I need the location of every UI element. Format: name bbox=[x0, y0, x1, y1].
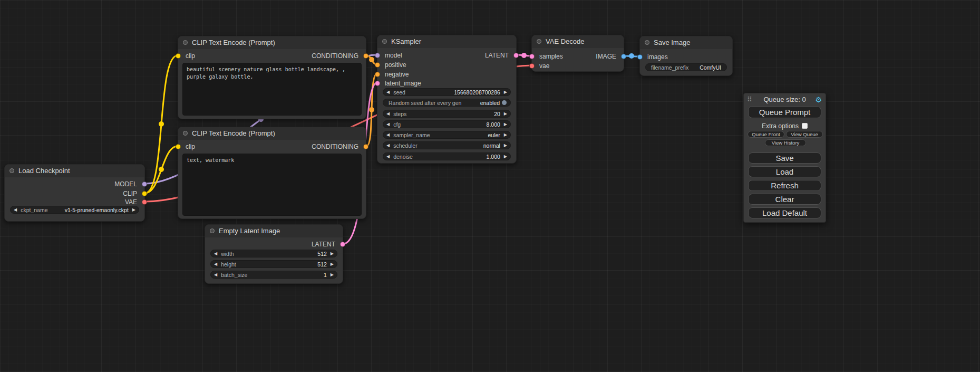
output-port-clip[interactable] bbox=[142, 191, 147, 196]
node-title: VAE Decode bbox=[546, 37, 584, 45]
node-empty-latent-image[interactable]: Empty Latent Image LATENT ◀ width 512 ▶ … bbox=[205, 224, 343, 284]
wire-midpoint-dot-clip-positive bbox=[159, 121, 164, 127]
input-label-clip: clip bbox=[186, 143, 195, 150]
input-port-positive[interactable] bbox=[375, 62, 380, 68]
refresh-button[interactable]: Refresh bbox=[748, 180, 821, 191]
increment-icon[interactable]: ▶ bbox=[504, 152, 507, 160]
prompt-textarea[interactable]: beautiful scenery nature glass bottle la… bbox=[182, 63, 362, 116]
output-port-conditioning[interactable] bbox=[363, 144, 368, 149]
input-port-images[interactable] bbox=[637, 54, 643, 60]
input-label-clip: clip bbox=[186, 52, 195, 60]
widget-sampler-name[interactable]: ◀ sampler_name euler ▶ bbox=[383, 131, 511, 139]
widget-ckpt-name[interactable]: ◀ ckpt_name v1-5-pruned-emaonly.ckpt ▶ bbox=[10, 206, 139, 214]
widget-seed[interactable]: ◀ seed 156680208700286 ▶ bbox=[383, 88, 511, 96]
combo-next-icon[interactable]: ▶ bbox=[504, 131, 507, 139]
node-title-bar[interactable]: KSampler bbox=[377, 35, 516, 48]
load-default-button[interactable]: Load Default bbox=[748, 207, 821, 218]
increment-icon[interactable]: ▶ bbox=[331, 250, 334, 257]
input-label-vae: vae bbox=[539, 62, 549, 70]
output-port-vae[interactable] bbox=[142, 199, 147, 205]
increment-icon[interactable]: ▶ bbox=[504, 110, 507, 118]
output-label-latent: LATENT bbox=[312, 241, 335, 248]
node-canvas[interactable]: Load Checkpoint MODEL CLIP VAE ◀ ckpt_na… bbox=[0, 0, 980, 372]
queue-menu-panel: ⠿ Queue size: 0 ⚙ Queue Prompt Extra opt… bbox=[743, 93, 826, 223]
collapse-dot-icon[interactable] bbox=[645, 40, 649, 45]
widget-width[interactable]: ◀ width 512 ▶ bbox=[210, 250, 337, 257]
input-label-images: images bbox=[647, 53, 668, 61]
widget-steps[interactable]: ◀ steps 20 ▶ bbox=[383, 110, 511, 118]
clear-button[interactable]: Clear bbox=[748, 194, 821, 205]
node-title: CLIP Text Encode (Prompt) bbox=[192, 129, 275, 137]
input-port-clip[interactable] bbox=[176, 144, 181, 149]
node-clip-text-encode-positive[interactable]: CLIP Text Encode (Prompt) clip CONDITION… bbox=[178, 36, 366, 119]
collapse-dot-icon[interactable] bbox=[183, 131, 188, 136]
widget-denoise[interactable]: ◀ denoise 1.000 ▶ bbox=[383, 152, 511, 160]
collapse-dot-icon[interactable] bbox=[537, 39, 541, 44]
input-port-clip[interactable] bbox=[176, 53, 181, 59]
input-port-vae[interactable] bbox=[529, 63, 535, 69]
queue-panel-header: ⠿ Queue size: 0 ⚙ bbox=[744, 95, 826, 104]
node-title: Load Checkpoint bbox=[18, 167, 70, 175]
combo-next-icon[interactable]: ▶ bbox=[132, 206, 135, 214]
input-label-latent-image: latent_image bbox=[385, 80, 421, 87]
collapse-dot-icon[interactable] bbox=[210, 228, 215, 233]
widget-scheduler[interactable]: ◀ scheduler normal ▶ bbox=[383, 141, 511, 149]
view-history-button[interactable]: View History bbox=[765, 139, 806, 146]
widget-batch-size[interactable]: ◀ batch_size 1 ▶ bbox=[210, 271, 337, 279]
input-label-positive: positive bbox=[385, 61, 406, 69]
view-queue-button[interactable]: View Queue bbox=[786, 131, 823, 138]
collapse-dot-icon[interactable] bbox=[382, 39, 387, 44]
widget-height[interactable]: ◀ height 512 ▶ bbox=[210, 260, 337, 268]
increment-icon[interactable]: ▶ bbox=[504, 120, 507, 128]
node-title-bar[interactable]: CLIP Text Encode (Prompt) bbox=[178, 127, 366, 140]
output-label-image: IMAGE bbox=[596, 53, 616, 60]
increment-icon[interactable]: ▶ bbox=[331, 260, 334, 268]
input-label-model: model bbox=[385, 52, 402, 59]
input-port-model[interactable] bbox=[375, 53, 380, 58]
settings-gear-icon[interactable]: ⚙ bbox=[815, 95, 822, 104]
prompt-textarea[interactable]: text, watermark bbox=[182, 154, 362, 216]
output-label-conditioning: CONDITIONING bbox=[312, 52, 358, 60]
node-title: Empty Latent Image bbox=[219, 227, 280, 235]
toggle-indicator-icon[interactable] bbox=[502, 100, 507, 105]
queue-prompt-button[interactable]: Queue Prompt bbox=[748, 106, 821, 118]
load-button[interactable]: Load bbox=[748, 166, 821, 177]
output-label-vae: VAE bbox=[125, 198, 137, 206]
node-title-bar[interactable]: Load Checkpoint bbox=[5, 165, 144, 177]
node-title: CLIP Text Encode (Prompt) bbox=[192, 39, 275, 46]
queue-front-button[interactable]: Queue Front bbox=[748, 131, 784, 138]
save-button[interactable]: Save bbox=[748, 152, 821, 164]
widget-filename-prefix[interactable]: filename_prefix ComfyUI bbox=[645, 63, 727, 71]
input-label-samples: samples bbox=[539, 53, 563, 60]
node-clip-text-encode-negative[interactable]: CLIP Text Encode (Prompt) clip CONDITION… bbox=[178, 127, 366, 219]
output-port-conditioning[interactable] bbox=[363, 53, 368, 59]
input-port-samples[interactable] bbox=[529, 54, 535, 59]
node-vae-decode[interactable]: VAE Decode samples vae IMAGE bbox=[531, 35, 624, 72]
output-port-image[interactable] bbox=[621, 54, 626, 59]
node-title-bar[interactable]: Empty Latent Image bbox=[205, 225, 343, 237]
wire-midpoint-dot-cond-positive bbox=[369, 57, 374, 62]
node-title: KSampler bbox=[391, 37, 421, 45]
collapse-dot-icon[interactable] bbox=[9, 168, 14, 173]
input-port-negative[interactable] bbox=[375, 72, 380, 77]
output-label-conditioning: CONDITIONING bbox=[312, 143, 358, 150]
increment-icon[interactable]: ▶ bbox=[331, 271, 334, 279]
output-port-latent[interactable] bbox=[513, 53, 519, 58]
node-ksampler[interactable]: KSampler model positive negative latent_… bbox=[377, 35, 517, 164]
output-label-clip: CLIP bbox=[123, 190, 137, 197]
output-port-model[interactable] bbox=[142, 182, 147, 187]
output-port-latent[interactable] bbox=[340, 242, 345, 247]
combo-next-icon[interactable]: ▶ bbox=[504, 141, 507, 149]
node-title-bar[interactable]: VAE Decode bbox=[532, 35, 624, 48]
collapse-dot-icon[interactable] bbox=[183, 40, 188, 45]
input-port-latent-image[interactable] bbox=[375, 81, 380, 86]
node-title-bar[interactable]: Save Image bbox=[640, 36, 732, 49]
widget-cfg[interactable]: ◀ cfg 8.000 ▶ bbox=[383, 120, 511, 128]
node-save-image[interactable]: Save Image images filename_prefix ComfyU… bbox=[639, 36, 733, 76]
extra-options-label: Extra options bbox=[762, 122, 799, 130]
extra-options-checkbox[interactable] bbox=[802, 123, 808, 129]
widget-random-seed-toggle[interactable]: Random seed after every gen enabled bbox=[383, 99, 511, 107]
increment-icon[interactable]: ▶ bbox=[504, 88, 507, 96]
node-load-checkpoint[interactable]: Load Checkpoint MODEL CLIP VAE ◀ ckpt_na… bbox=[4, 164, 145, 222]
node-title-bar[interactable]: CLIP Text Encode (Prompt) bbox=[178, 36, 366, 49]
